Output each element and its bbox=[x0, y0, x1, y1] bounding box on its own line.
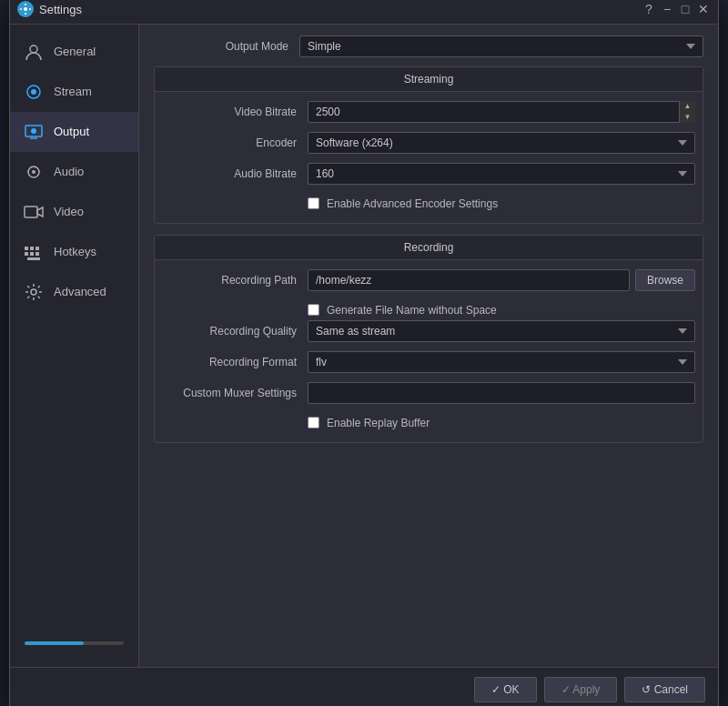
sidebar: General Stream bbox=[10, 25, 139, 667]
streaming-body: Video Bitrate 2500 ▲ ▼ bbox=[155, 92, 703, 223]
encoder-label: Encoder bbox=[162, 136, 308, 149]
sidebar-item-audio[interactable]: Audio bbox=[10, 152, 138, 192]
recording-path-row: Recording Path Browse bbox=[162, 269, 695, 291]
output-icon bbox=[23, 121, 45, 143]
browse-button[interactable]: Browse bbox=[635, 269, 695, 291]
settings-window: Settings ? − □ ✕ General bbox=[9, 0, 719, 706]
output-mode-row: Output Mode Simple Advanced bbox=[154, 35, 703, 57]
output-mode-label: Output Mode bbox=[154, 40, 299, 53]
video-bitrate-up[interactable]: ▲ bbox=[679, 101, 695, 112]
sidebar-progress-fill bbox=[25, 641, 84, 645]
output-mode-control: Simple Advanced bbox=[299, 35, 703, 57]
title-bar-left: Settings bbox=[17, 1, 82, 17]
sidebar-item-hotkeys[interactable]: Hotkeys bbox=[10, 232, 138, 272]
recording-quality-select[interactable]: Same as stream High Quality, Medium File… bbox=[308, 320, 695, 342]
recording-header: Recording bbox=[155, 236, 703, 260]
close-button[interactable]: ✕ bbox=[696, 2, 711, 16]
custom-muxer-row: Custom Muxer Settings bbox=[162, 382, 695, 404]
replay-buffer-checkbox[interactable] bbox=[308, 417, 319, 429]
recording-quality-label: Recording Quality bbox=[162, 325, 308, 338]
svg-rect-11 bbox=[35, 247, 39, 250]
svg-point-1 bbox=[30, 45, 37, 53]
custom-muxer-control bbox=[308, 382, 695, 404]
sidebar-general-label: General bbox=[54, 45, 96, 58]
sidebar-output-label: Output bbox=[54, 125, 89, 138]
encoder-select[interactable]: Software (x264) Hardware (NVENC) Hardwar… bbox=[308, 132, 695, 154]
generate-filename-row: Generate File Name without Space bbox=[162, 300, 695, 320]
svg-point-0 bbox=[24, 7, 27, 11]
recording-body: Recording Path Browse Generate File Name… bbox=[155, 260, 703, 442]
recording-path-input[interactable] bbox=[308, 269, 630, 291]
advanced-encoder-checkbox[interactable] bbox=[308, 197, 319, 209]
window-controls: ? − □ ✕ bbox=[642, 2, 711, 16]
sidebar-item-general[interactable]: General bbox=[10, 32, 138, 72]
sidebar-progress-bar bbox=[25, 641, 124, 645]
recording-format-control: flv mp4 mov mkv ts m3u8 bbox=[308, 351, 695, 373]
output-mode-select[interactable]: Simple Advanced bbox=[299, 35, 703, 57]
svg-rect-15 bbox=[27, 257, 40, 260]
video-bitrate-label: Video Bitrate bbox=[162, 106, 308, 118]
streaming-header: Streaming bbox=[155, 67, 703, 92]
audio-bitrate-select[interactable]: 64 96 128 160 192 256 320 bbox=[308, 163, 695, 185]
audio-bitrate-label: Audio Bitrate bbox=[162, 167, 308, 180]
hotkeys-icon bbox=[23, 241, 45, 263]
window-body: General Stream bbox=[10, 25, 718, 667]
recording-section: Recording Recording Path Browse bbox=[154, 235, 703, 443]
sidebar-item-advanced[interactable]: Advanced bbox=[10, 272, 138, 312]
video-bitrate-down[interactable]: ▼ bbox=[679, 112, 695, 123]
window-title: Settings bbox=[39, 3, 82, 16]
audio-icon bbox=[23, 161, 45, 183]
sidebar-item-stream[interactable]: Stream bbox=[10, 72, 138, 112]
recording-quality-control: Same as stream High Quality, Medium File… bbox=[308, 320, 695, 342]
svg-point-7 bbox=[32, 170, 35, 174]
cancel-button[interactable]: ↺ Cancel bbox=[624, 677, 705, 702]
svg-rect-10 bbox=[30, 247, 34, 250]
sidebar-stream-label: Stream bbox=[54, 85, 92, 98]
recording-quality-row: Recording Quality Same as stream High Qu… bbox=[162, 320, 695, 342]
path-row: Browse bbox=[308, 269, 695, 291]
replay-buffer-label[interactable]: Enable Replay Buffer bbox=[327, 417, 430, 429]
title-bar: Settings ? − □ ✕ bbox=[10, 0, 718, 25]
video-bitrate-spinners: ▲ ▼ bbox=[679, 101, 695, 123]
custom-muxer-input[interactable] bbox=[308, 382, 695, 404]
audio-bitrate-control: 64 96 128 160 192 256 320 bbox=[308, 163, 695, 185]
encoder-row: Encoder Software (x264) Hardware (NVENC)… bbox=[162, 132, 695, 154]
general-icon bbox=[23, 41, 45, 63]
sidebar-bottom bbox=[10, 634, 138, 660]
minimize-button[interactable]: − bbox=[660, 2, 674, 16]
advanced-encoder-row: Enable Advanced Encoder Settings bbox=[162, 194, 695, 214]
recording-format-select[interactable]: flv mp4 mov mkv ts m3u8 bbox=[308, 351, 695, 373]
svg-point-5 bbox=[31, 128, 36, 134]
stream-icon bbox=[23, 81, 45, 103]
custom-muxer-label: Custom Muxer Settings bbox=[162, 387, 308, 399]
window-footer: ✓ OK ✓ Apply ↺ Cancel bbox=[10, 667, 718, 707]
replay-buffer-row: Enable Replay Buffer bbox=[162, 413, 695, 433]
help-button[interactable]: ? bbox=[642, 2, 656, 16]
svg-rect-12 bbox=[25, 252, 28, 256]
audio-bitrate-row: Audio Bitrate 64 96 128 160 192 256 320 bbox=[162, 163, 695, 185]
sidebar-audio-label: Audio bbox=[54, 165, 84, 178]
svg-rect-9 bbox=[25, 247, 28, 250]
encoder-control: Software (x264) Hardware (NVENC) Hardwar… bbox=[308, 132, 695, 154]
settings-icon bbox=[17, 1, 34, 17]
sidebar-hotkeys-label: Hotkeys bbox=[54, 245, 96, 258]
video-bitrate-control: 2500 ▲ ▼ bbox=[308, 101, 695, 123]
video-bitrate-input[interactable]: 2500 bbox=[308, 101, 695, 123]
apply-button[interactable]: ✓ Apply bbox=[544, 677, 618, 702]
sidebar-advanced-label: Advanced bbox=[54, 285, 106, 298]
sidebar-item-output[interactable]: Output bbox=[10, 112, 138, 152]
svg-rect-13 bbox=[30, 252, 34, 256]
svg-point-16 bbox=[31, 289, 36, 295]
video-bitrate-wrapper: 2500 ▲ ▼ bbox=[308, 101, 695, 123]
generate-filename-label[interactable]: Generate File Name without Space bbox=[327, 304, 497, 317]
sidebar-item-video[interactable]: Video bbox=[10, 192, 138, 232]
ok-button[interactable]: ✓ OK bbox=[474, 677, 537, 702]
streaming-section: Streaming Video Bitrate 2500 ▲ ▼ bbox=[154, 66, 703, 224]
maximize-button[interactable]: □ bbox=[678, 2, 693, 16]
advanced-encoder-label[interactable]: Enable Advanced Encoder Settings bbox=[327, 197, 498, 210]
svg-rect-8 bbox=[25, 207, 37, 217]
recording-path-label: Recording Path bbox=[162, 274, 308, 287]
generate-filename-checkbox[interactable] bbox=[308, 304, 319, 316]
sidebar-video-label: Video bbox=[54, 205, 84, 218]
video-icon bbox=[23, 201, 45, 223]
